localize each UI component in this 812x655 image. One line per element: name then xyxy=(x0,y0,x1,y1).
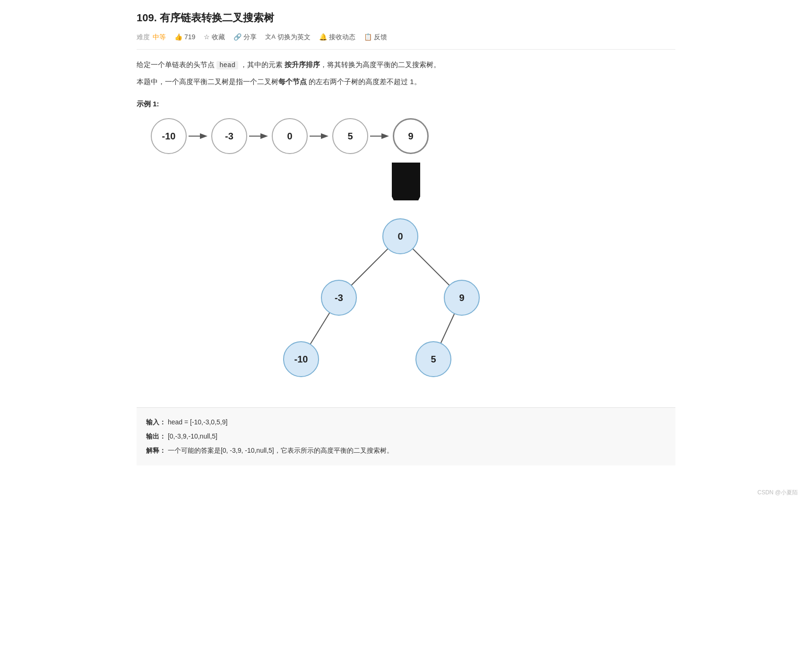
input-value: head = [-10,-3,0,5,9] xyxy=(168,418,227,426)
share-label: 分享 xyxy=(243,32,257,42)
ll-arrow-0 xyxy=(189,131,209,141)
toolbar: 难度 中等 👍 719 ☆ 收藏 🔗 分享 文A 切换为英文 🔔 接收动态 📋 … xyxy=(137,32,675,42)
ll-arrow-3 xyxy=(370,131,391,141)
example-label: 示例 1: xyxy=(137,98,675,110)
like-button[interactable]: 👍 719 xyxy=(174,32,195,42)
share-button[interactable]: 🔗 分享 xyxy=(233,32,257,42)
tree-node-root: 0 xyxy=(382,218,418,254)
ll-node-2: 0 xyxy=(272,118,308,154)
io-explain: 解释： 一个可能的答案是[0, -3,9, -10,null,5]，它表示所示的… xyxy=(146,444,666,457)
like-icon: 👍 xyxy=(174,32,182,42)
tree-diagram: 0 -3 9 -10 5 xyxy=(274,209,538,398)
linked-list-diagram: -10 -3 0 5 9 xyxy=(151,118,675,154)
footer-brand: CSDN @小夏陌 xyxy=(0,484,812,497)
down-arrow xyxy=(137,163,675,200)
difficulty-value: 中等 xyxy=(153,32,166,42)
difficulty-label: 难度 xyxy=(137,32,150,42)
feedback-button[interactable]: 📋 反馈 xyxy=(364,32,387,42)
share-icon: 🔗 xyxy=(233,32,242,42)
desc-pre: 给定一个单链表的头节点 xyxy=(137,60,216,69)
desc-end2: 的左右两个子树的高度差不超过 1。 xyxy=(307,78,421,86)
desc-bold1: 按升序排序 xyxy=(285,60,320,69)
desc-pre2: 本题中，一个高度平衡二叉树是指一个二叉树 xyxy=(137,78,278,86)
explain-label: 解释： xyxy=(146,447,166,454)
output-value: [0,-3,9,-10,null,5] xyxy=(168,432,217,440)
feedback-label: 反馈 xyxy=(374,32,387,42)
toolbar-divider xyxy=(137,49,675,50)
notify-label: 接收动态 xyxy=(329,32,355,42)
ll-node-4: 9 xyxy=(393,118,429,154)
collect-button[interactable]: ☆ 收藏 xyxy=(204,32,225,42)
lang-icon: 文A xyxy=(265,32,276,42)
tree-node-r1: 9 xyxy=(444,280,480,316)
bell-icon: 🔔 xyxy=(319,32,327,42)
io-output: 输出： [0,-3,9,-10,null,5] xyxy=(146,430,666,443)
io-input: 输入： head = [-10,-3,0,5,9] xyxy=(146,415,666,429)
explain-value: 一个可能的答案是[0, -3,9, -10,null,5]，它表示所示的高度平衡… xyxy=(168,447,393,454)
desc-bold2: 每个节点 xyxy=(278,78,307,86)
desc-end1: ，将其转换为高度平衡的二叉搜索树。 xyxy=(320,60,441,69)
feedback-icon: 📋 xyxy=(364,32,372,42)
ll-arrow-2 xyxy=(310,131,330,141)
desc-line1: 给定一个单链表的头节点 head ，其中的元素 按升序排序，将其转换为高度平衡的… xyxy=(137,58,675,71)
io-section: 输入： head = [-10,-3,0,5,9] 输出： [0,-3,9,-1… xyxy=(137,407,675,465)
head-code: head xyxy=(216,61,238,69)
difficulty-item: 难度 中等 xyxy=(137,32,166,42)
tree-node-l1: -3 xyxy=(321,280,357,316)
lang-switch-button[interactable]: 文A 切换为英文 xyxy=(265,32,311,42)
desc-line2: 本题中，一个高度平衡二叉树是指一个二叉树每个节点 的左右两个子树的高度差不超过 … xyxy=(137,75,675,88)
collect-label: 收藏 xyxy=(212,32,225,42)
input-label: 输入： xyxy=(146,418,166,426)
ll-node-0: -10 xyxy=(151,118,187,154)
star-icon: ☆ xyxy=(204,32,210,42)
tree-node-l2: -10 xyxy=(283,341,319,377)
like-count: 719 xyxy=(184,32,195,42)
lang-label: 切换为英文 xyxy=(277,32,311,42)
page-title: 109. 有序链表转换二叉搜索树 xyxy=(137,9,675,26)
description: 给定一个单链表的头节点 head ，其中的元素 按升序排序，将其转换为高度平衡的… xyxy=(137,58,675,88)
desc-post: ，其中的元素 xyxy=(238,60,285,69)
ll-node-3: 5 xyxy=(332,118,368,154)
ll-node-1: -3 xyxy=(211,118,247,154)
output-label: 输出： xyxy=(146,432,166,440)
ll-arrow-1 xyxy=(249,131,270,141)
tree-node-r2: 5 xyxy=(415,341,451,377)
main-page: 109. 有序链表转换二叉搜索树 难度 中等 👍 719 ☆ 收藏 🔗 分享 文… xyxy=(122,0,690,484)
notify-button[interactable]: 🔔 接收动态 xyxy=(319,32,355,42)
